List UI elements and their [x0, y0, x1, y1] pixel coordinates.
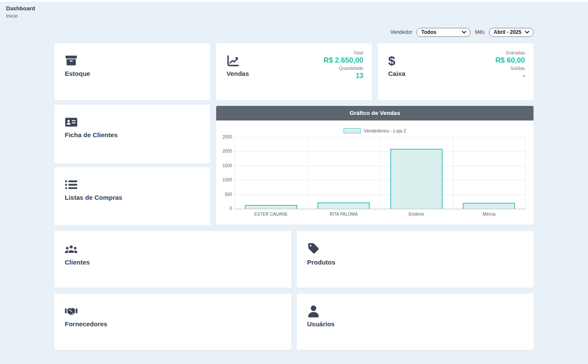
caixa-saidas-label: Saídas [495, 66, 525, 71]
users-icon [65, 242, 78, 255]
caixa-saidas-value: - [495, 72, 525, 79]
card-vendas-label: Vendas [226, 70, 249, 77]
tag-icon [307, 242, 320, 255]
mes-select-value: Abril - 2025 [494, 29, 522, 35]
breadcrumb: Início [6, 13, 18, 18]
gridline-v [380, 137, 380, 211]
gridline-v [453, 137, 453, 211]
vendedor-select-label: Vendedor [390, 29, 412, 35]
y-tick-label: 1500 [223, 163, 232, 168]
card-listas-compras[interactable]: Listas de Compras [54, 167, 210, 226]
gridline-v [235, 137, 235, 211]
vendas-total-label: Total [323, 50, 363, 55]
chart-line-icon [226, 54, 239, 67]
x-tick-label: ESTER CAUANE [235, 212, 308, 217]
bar-emilene [390, 149, 443, 209]
card-produtos-label: Produtos [307, 259, 335, 266]
bar-mércia [463, 203, 515, 209]
card-usuarios-label: Usuários [307, 320, 335, 328]
vendas-quantidade-value: 13 [323, 72, 363, 80]
card-produtos[interactable]: Produtos [297, 231, 534, 288]
card-estoque[interactable]: Estoque [54, 43, 210, 100]
y-tick-label: 2000 [223, 149, 232, 154]
card-listas-compras-label: Listas de Compras [65, 194, 122, 201]
list-icon [65, 178, 78, 191]
bar-rita-paloma [317, 202, 370, 209]
mes-select[interactable]: Abril - 2025 [489, 28, 534, 37]
chevron-down-icon [461, 30, 467, 35]
card-clientes[interactable]: Clientes [54, 231, 291, 288]
vendedor-select-value: Todos [421, 29, 436, 35]
vendedor-select[interactable]: Todos [416, 28, 470, 37]
chevron-down-icon [525, 30, 530, 35]
y-tick-label: 1000 [223, 177, 232, 183]
legend-swatch [344, 128, 361, 133]
page-title: Dashboard [6, 5, 35, 12]
card-fornecedores[interactable]: Fornecedores [54, 294, 291, 350]
card-vendas[interactable]: Vendas Total R$ 2.650,00 Quantidade 13 [216, 43, 372, 100]
gridline-v [308, 137, 308, 211]
card-ficha-clientes[interactable]: Ficha de Clientes [54, 105, 210, 163]
handshake-icon [65, 305, 78, 318]
card-estoque-label: Estoque [65, 70, 90, 77]
y-tick-label: 2500 [223, 135, 232, 140]
gridline-v [525, 137, 526, 211]
archive-icon [65, 54, 78, 67]
legend-label: Vendedores - Loja 2 [364, 128, 406, 133]
x-tick-label: RITA PALOMA [308, 212, 380, 217]
vendas-stats: Total R$ 2.650,00 Quantidade 13 [323, 50, 363, 80]
vendas-quantidade-label: Quantidade [323, 66, 363, 71]
caixa-entradas-label: Entradas [495, 50, 525, 55]
vendas-total-value: R$ 2.650,00 [323, 56, 363, 65]
card-ficha-clientes-label: Ficha de Clientes [65, 131, 118, 138]
y-tick-label: 500 [225, 192, 232, 197]
chart-title: Gráfico de Vendas [216, 106, 534, 120]
mes-select-label: Mês [475, 29, 485, 35]
bar-ester-cauane [245, 205, 297, 209]
x-tick-label: Mércia [453, 212, 526, 217]
caixa-stats: Entradas R$ 60,00 Saídas - [495, 50, 525, 79]
address-card-icon [65, 116, 78, 129]
chart-legend[interactable]: Vendedores - Loja 2 [216, 128, 534, 133]
card-caixa-label: Caixa [388, 70, 405, 77]
card-caixa[interactable]: $ Caixa Entradas R$ 60,00 Saídas - [378, 43, 534, 100]
user-icon [307, 305, 320, 318]
chart-plot [235, 137, 525, 209]
x-tick-label: Emilene [380, 212, 453, 217]
y-tick-label: 0 [229, 206, 232, 211]
card-fornecedores-label: Fornecedores [65, 320, 107, 328]
chart-x-axis: ESTER CAUANERITA PALOMAEmileneMércia [235, 212, 525, 218]
chart-y-axis: 05001000150020002500 [216, 137, 232, 209]
caixa-entradas-value: R$ 60,00 [495, 56, 525, 65]
card-usuarios[interactable]: Usuários [297, 294, 534, 350]
filter-row: Vendedor Todos Mês Abril - 2025 [54, 27, 534, 37]
dollar-icon: $ [388, 54, 401, 67]
card-clientes-label: Clientes [65, 259, 90, 266]
chart-card: Gráfico de Vendas Vendedores - Loja 2 05… [216, 106, 534, 225]
